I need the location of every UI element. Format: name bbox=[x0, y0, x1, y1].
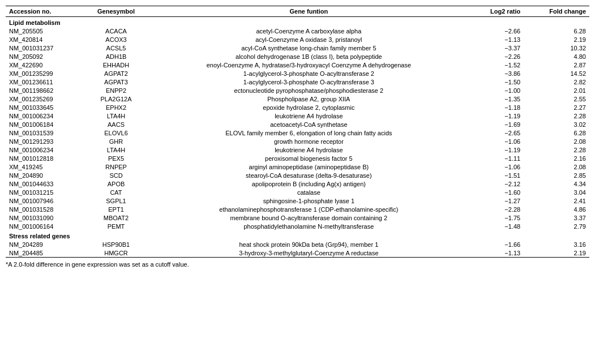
cell-genesymbol: AGPAT3 bbox=[83, 78, 149, 86]
table-row: XM_001236611AGPAT31-acylglycerol-3-phosp… bbox=[6, 78, 589, 86]
cell-function: peroxisomal biogenesis factor 5 bbox=[149, 154, 468, 162]
cell-genesymbol: APOB bbox=[83, 179, 149, 188]
table-row: NM_001044633APOBapolipoprotein B (includ… bbox=[6, 179, 589, 188]
cell-function: epoxide hydrolase 2, cytoplasmic bbox=[149, 103, 468, 112]
cell-fold: 6.28 bbox=[524, 27, 589, 35]
cell-accession: NM_001007946 bbox=[6, 196, 83, 205]
cell-fold: 2.08 bbox=[524, 162, 589, 171]
cell-log2: −1.50 bbox=[468, 78, 524, 86]
cell-log2: −1.19 bbox=[468, 145, 524, 154]
cell-accession: NM_205505 bbox=[6, 27, 83, 35]
table-row: NM_001006184AACSacetoacetyl-CoA syntheta… bbox=[6, 120, 589, 129]
table-row: NM_001007946SGPL1sphingosine-1-phosphate… bbox=[6, 196, 589, 205]
cell-log2: −2.65 bbox=[468, 129, 524, 137]
table-row: XM_001235269PLA2G12APhospholipase A2, gr… bbox=[6, 95, 589, 103]
cell-accession: NM_204289 bbox=[6, 240, 83, 249]
cell-accession: NM_001006234 bbox=[6, 112, 83, 120]
gene-table: Accession no. Genesymbol Gene funtion Lo… bbox=[6, 6, 589, 258]
cell-accession: NM_001291293 bbox=[6, 137, 83, 145]
cell-log2: −1.51 bbox=[468, 171, 524, 179]
cell-function: heat shock protein 90kDa beta (Grp94), m… bbox=[149, 240, 468, 249]
cell-fold: 2.85 bbox=[524, 171, 589, 179]
cell-genesymbol: ADH1B bbox=[83, 52, 149, 61]
col-log2: Log2 ratio bbox=[468, 6, 524, 17]
cell-function: ectonucleotide pyrophosphatase/phosphodi… bbox=[149, 86, 468, 95]
col-accession: Accession no. bbox=[6, 6, 83, 17]
cell-fold: 2.27 bbox=[524, 103, 589, 112]
cell-fold: 2.41 bbox=[524, 196, 589, 205]
cell-function: phosphatidylethanolamine N-methyltransfe… bbox=[149, 222, 468, 230]
cell-function: acyl-Coenzyme A oxidase 3, pristanoyl bbox=[149, 35, 468, 44]
cell-log2: −2.12 bbox=[468, 179, 524, 188]
cell-accession: XM_001236611 bbox=[6, 78, 83, 86]
cell-genesymbol: LTA4H bbox=[83, 145, 149, 154]
cell-log2: −1.75 bbox=[468, 213, 524, 222]
cell-log2: −2.28 bbox=[468, 205, 524, 213]
col-fold: Fold change bbox=[524, 6, 589, 17]
table-row: NM_001031215CATcatalase−1.603.04 bbox=[6, 188, 589, 196]
cell-function: acetoacetyl-CoA synthetase bbox=[149, 120, 468, 129]
section-header-1: Stress related genes bbox=[6, 230, 589, 240]
cell-fold: 6.28 bbox=[524, 129, 589, 137]
cell-log2: −1.69 bbox=[468, 120, 524, 129]
table-row: NM_204289HSP90B1heat shock protein 90kDa… bbox=[6, 240, 589, 249]
cell-genesymbol: AGPAT2 bbox=[83, 69, 149, 78]
cell-log2: −1.19 bbox=[468, 112, 524, 120]
cell-fold: 2.28 bbox=[524, 112, 589, 120]
cell-genesymbol: ACOX3 bbox=[83, 35, 149, 44]
table-row: XM_422690EHHADHenoyl-Coenzyme A, hydrata… bbox=[6, 61, 589, 69]
cell-function: 1-acylglycerol-3-phosphate O-acyltransfe… bbox=[149, 69, 468, 78]
cell-accession: NM_001198662 bbox=[6, 86, 83, 95]
table-row: NM_001031528EPT1ethanolaminephosphotrans… bbox=[6, 205, 589, 213]
cell-fold: 4.34 bbox=[524, 179, 589, 188]
cell-fold: 3.04 bbox=[524, 188, 589, 196]
cell-genesymbol: PEMT bbox=[83, 222, 149, 230]
table-row: NM_001012818PEX5peroxisomal biogenesis f… bbox=[6, 154, 589, 162]
cell-fold: 2.55 bbox=[524, 95, 589, 103]
cell-genesymbol: CAT bbox=[83, 188, 149, 196]
cell-fold: 3.37 bbox=[524, 213, 589, 222]
cell-fold: 2.79 bbox=[524, 222, 589, 230]
cell-fold: 2.01 bbox=[524, 86, 589, 95]
cell-fold: 10.32 bbox=[524, 44, 589, 52]
cell-accession: NM_001031090 bbox=[6, 213, 83, 222]
cell-fold: 2.82 bbox=[524, 78, 589, 86]
cell-genesymbol: RNPEP bbox=[83, 162, 149, 171]
section-label-0: Lipid metabolism bbox=[6, 17, 589, 27]
cell-accession: XM_422690 bbox=[6, 61, 83, 69]
cell-fold: 4.86 bbox=[524, 205, 589, 213]
cell-genesymbol: ENPP2 bbox=[83, 86, 149, 95]
table-row: NM_205092ADH1Balcohol dehydrogenase 1B (… bbox=[6, 52, 589, 61]
table-row: NM_001198662ENPP2ectonucleotide pyrophos… bbox=[6, 86, 589, 95]
cell-fold: 2.19 bbox=[524, 35, 589, 44]
cell-accession: NM_001031539 bbox=[6, 129, 83, 137]
cell-genesymbol: SGPL1 bbox=[83, 196, 149, 205]
cell-accession: XM_001235269 bbox=[6, 95, 83, 103]
cell-fold: 14.52 bbox=[524, 69, 589, 78]
cell-function: sphingosine-1-phosphate lyase 1 bbox=[149, 196, 468, 205]
cell-accession: NM_205092 bbox=[6, 52, 83, 61]
table-row: NM_204485HMGCR3-hydroxy-3-methylglutaryl… bbox=[6, 249, 589, 258]
table-row: NM_001291293GHRgrowth hormone receptor−1… bbox=[6, 137, 589, 145]
table-row: NM_204890SCDstearoyl-CoA desaturase (del… bbox=[6, 171, 589, 179]
cell-fold: 2.08 bbox=[524, 137, 589, 145]
cell-genesymbol: LTA4H bbox=[83, 112, 149, 120]
table-row: NM_001006164PEMTphosphatidylethanolamine… bbox=[6, 222, 589, 230]
cell-log2: −2.26 bbox=[468, 52, 524, 61]
cell-accession: NM_001044633 bbox=[6, 179, 83, 188]
cell-log2: −1.66 bbox=[468, 240, 524, 249]
cell-accession: NM_001006164 bbox=[6, 222, 83, 230]
cell-fold: 2.16 bbox=[524, 154, 589, 162]
cell-function: leukotriene A4 hydrolase bbox=[149, 112, 468, 120]
cell-function: ethanolaminephosphotransferase 1 (CDP-et… bbox=[149, 205, 468, 213]
cell-function: alcohol dehydrogenase 1B (class I), beta… bbox=[149, 52, 468, 61]
cell-function: Phospholipase A2, group XIIA bbox=[149, 95, 468, 103]
cell-function: 1-acylglycerol-3-phosphate O-acyltransfe… bbox=[149, 78, 468, 86]
cell-accession: XM_001235299 bbox=[6, 69, 83, 78]
cell-function: apolipoprotein B (including Ag(x) antige… bbox=[149, 179, 468, 188]
table-row: NM_205505ACACAacetyl-Coenzyme A carboxyl… bbox=[6, 27, 589, 35]
cell-function: growth hormone receptor bbox=[149, 137, 468, 145]
cell-log2: −1.35 bbox=[468, 95, 524, 103]
cell-function: catalase bbox=[149, 188, 468, 196]
cell-genesymbol: ELOVL6 bbox=[83, 129, 149, 137]
